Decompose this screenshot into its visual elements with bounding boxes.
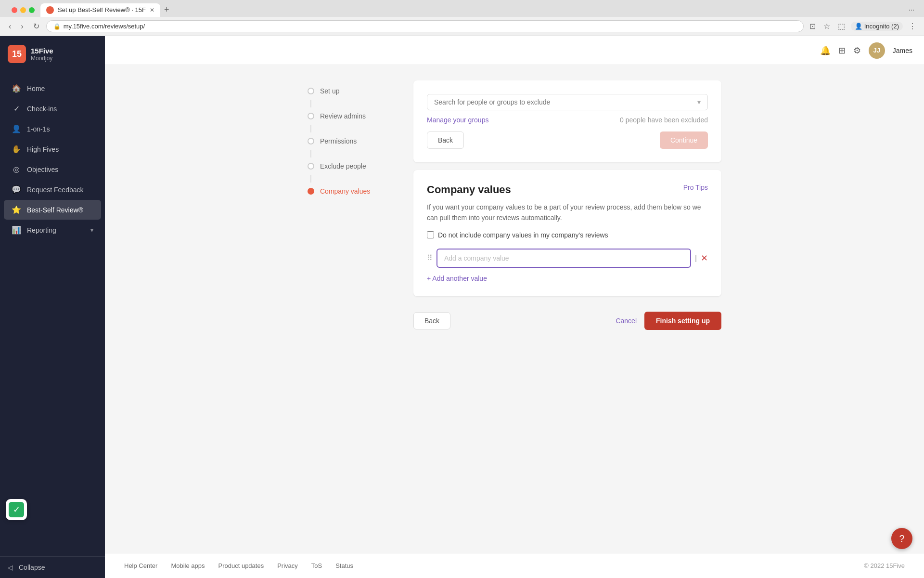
step-label-exclude-people: Exclude people xyxy=(320,162,366,170)
sidebar-brand: 15 15Five Moodjoy xyxy=(0,36,105,72)
sidebar-item-home[interactable]: 🏠 Home xyxy=(4,79,101,98)
tab-label: Set up Best-Self Review® · 15F xyxy=(58,6,146,13)
sidebar-item-reporting[interactable]: 📊 Reporting ▾ xyxy=(4,220,101,240)
address-bar[interactable]: 🔒 my.15five.com/reviews/setup/ xyxy=(46,20,804,32)
reload-button[interactable]: ↻ xyxy=(30,20,42,33)
traffic-light-green[interactable] xyxy=(29,7,35,13)
step-circle-permissions xyxy=(308,138,314,144)
sidebar-item-objectives[interactable]: ◎ Objectives xyxy=(4,159,101,179)
step-circle-review-admins xyxy=(308,113,314,119)
bestselfreview-icon: ⭐ xyxy=(12,205,21,214)
footer-status[interactable]: Status xyxy=(335,562,353,569)
sidebar: 15 15Five Moodjoy 🏠 Home ✓ Check-ins 👤 1… xyxy=(0,36,105,578)
step-company-values: Company values xyxy=(308,183,413,200)
chat-icon: ? xyxy=(899,533,904,544)
1on1s-icon: 👤 xyxy=(12,124,21,133)
avatar-initials: JJ xyxy=(873,47,880,54)
extensions-icon[interactable]: ⬚ xyxy=(836,20,847,33)
exclude-people-card: ▾ Manage your groups 0 people have been … xyxy=(413,80,721,162)
exclude-continue-button[interactable]: Continue xyxy=(660,131,708,149)
step-review-admins: Review admins xyxy=(308,107,413,125)
menu-icon[interactable]: ⋮ xyxy=(907,20,918,33)
exclude-search-input[interactable] xyxy=(434,98,697,106)
sidebar-collapse[interactable]: ◁ Collapse xyxy=(0,556,105,578)
brand-sub: Moodjoy xyxy=(31,55,53,62)
step-permissions: Permissions xyxy=(308,132,413,150)
step-label-review-admins: Review admins xyxy=(320,112,366,120)
grid-icon[interactable]: ⊞ xyxy=(838,45,846,56)
browser-tab[interactable]: Set up Best-Self Review® · 15F ✕ xyxy=(40,3,160,17)
step-label-company-values: Company values xyxy=(320,187,370,195)
step-circle-exclude-people xyxy=(308,163,314,170)
sidebar-item-label-requestfeedback: Request Feedback xyxy=(27,186,84,194)
sidebar-item-highfives[interactable]: ✋ High Fives xyxy=(4,139,101,159)
sidebar-item-1on1s[interactable]: 👤 1-on-1s xyxy=(4,119,101,139)
footer-copyright: © 2022 15Five xyxy=(864,562,905,569)
sidebar-item-label-objectives: Objectives xyxy=(27,166,58,173)
highfives-icon: ✋ xyxy=(12,144,21,154)
step-setup: Set up xyxy=(308,82,413,100)
sidebar-item-label-highfives: High Fives xyxy=(27,145,59,153)
clear-value-button[interactable]: ✕ xyxy=(701,253,708,263)
notification-icon[interactable]: 🔔 xyxy=(820,45,831,56)
sidebar-item-bestselfreview[interactable]: ⭐ Best-Self Review® xyxy=(4,200,101,220)
avatar: JJ xyxy=(869,42,885,59)
collapse-label: Collapse xyxy=(19,564,45,571)
tab-close-button[interactable]: ✕ xyxy=(150,7,154,13)
footer-product-updates[interactable]: Product updates xyxy=(218,562,264,569)
company-value-input[interactable] xyxy=(436,249,691,268)
footer-mobile-apps[interactable]: Mobile apps xyxy=(171,562,205,569)
reporting-icon: 📊 xyxy=(12,225,21,235)
bottom-back-button[interactable]: Back xyxy=(413,312,450,329)
new-tab-button[interactable]: + xyxy=(160,3,173,17)
finish-setting-up-button[interactable]: Finish setting up xyxy=(644,312,721,330)
footer-tos[interactable]: ToS xyxy=(311,562,322,569)
header: 🔔 ⊞ ⚙ JJ James xyxy=(105,36,924,65)
sidebar-item-checkins[interactable]: ✓ Check-ins xyxy=(4,99,101,118)
add-another-value-link[interactable]: + Add another value xyxy=(427,275,487,282)
brand-icon: 15 xyxy=(8,45,26,63)
traffic-light-red[interactable] xyxy=(12,7,17,13)
check-badge[interactable]: ✓ xyxy=(6,499,27,520)
excluded-count: 0 people have been excluded xyxy=(620,116,708,124)
step-circle-company-values xyxy=(308,188,314,195)
step-exclude-people: Exclude people xyxy=(308,158,413,175)
step-circle-setup xyxy=(308,88,314,94)
bookmark-icon[interactable]: ☆ xyxy=(821,20,832,33)
chat-button[interactable]: ? xyxy=(891,528,912,549)
home-icon: 🏠 xyxy=(12,84,21,93)
manage-groups-link[interactable]: Manage your groups xyxy=(427,116,488,124)
collapse-icon: ◁ xyxy=(8,564,13,571)
search-dropdown-icon: ▾ xyxy=(697,98,701,106)
pro-tips-link[interactable]: Pro Tips xyxy=(683,184,708,191)
settings-icon[interactable]: ⚙ xyxy=(853,45,861,56)
forward-nav-button[interactable]: › xyxy=(18,20,26,33)
step-label-permissions: Permissions xyxy=(320,137,357,145)
sidebar-nav: 🏠 Home ✓ Check-ins 👤 1-on-1s ✋ High Five… xyxy=(0,72,105,556)
traffic-light-yellow[interactable] xyxy=(20,7,26,13)
sidebar-item-label-checkins: Check-ins xyxy=(27,105,57,113)
sidebar-item-label-home: Home xyxy=(27,85,45,92)
company-values-card: Company values Pro Tips If you want your… xyxy=(413,170,721,296)
sidebar-item-requestfeedback[interactable]: 💬 Request Feedback xyxy=(4,180,101,199)
check-icon: ✓ xyxy=(9,502,24,517)
requestfeedback-icon: 💬 xyxy=(12,185,21,194)
cursor-icon: | xyxy=(695,254,697,262)
address-text: my.15five.com/reviews/setup/ xyxy=(64,23,796,30)
browser-profile[interactable]: 👤 Incognito (2) xyxy=(851,22,903,31)
exclude-back-button[interactable]: Back xyxy=(427,131,464,149)
step-label-setup: Set up xyxy=(320,87,339,95)
lock-icon: 🔒 xyxy=(53,23,61,30)
no-company-values-checkbox[interactable] xyxy=(427,231,434,238)
drag-handle-icon[interactable]: ⠿ xyxy=(427,253,433,263)
no-company-values-label: Do not include company values in my comp… xyxy=(438,231,608,239)
objectives-icon: ◎ xyxy=(12,165,21,174)
footer-help-center[interactable]: Help Center xyxy=(124,562,157,569)
cast-icon[interactable]: ⊡ xyxy=(808,20,818,33)
cancel-button[interactable]: Cancel xyxy=(616,317,637,325)
back-nav-button[interactable]: ‹ xyxy=(6,20,14,33)
footer-privacy[interactable]: Privacy xyxy=(277,562,298,569)
checkins-icon: ✓ xyxy=(12,104,21,113)
profile-icon: 👤 xyxy=(855,23,862,30)
main-content-area: Set up Review admins Permissions xyxy=(105,65,924,553)
